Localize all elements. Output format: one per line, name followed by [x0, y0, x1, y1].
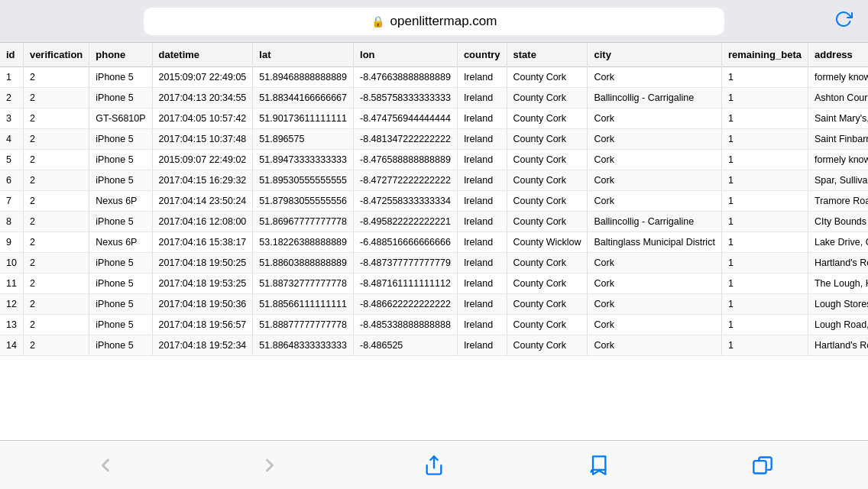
col-header-datetime: datetime [152, 43, 253, 67]
cell-id: 13 [0, 315, 23, 335]
cell-lat: 53.18226388888889 [253, 232, 354, 253]
cell-phone: iPhone 5 [89, 315, 152, 335]
table-row: 132iPhone 52017:04:18 19:56:5751.8887777… [0, 315, 868, 335]
cell-address: Spar, Sullivan's Quay, South Gate A... [808, 170, 868, 191]
back-button[interactable] [79, 449, 131, 482]
cell-country: Ireland [457, 67, 507, 88]
cell-city: Cork [588, 170, 721, 191]
cell-address: CIty Bounds Bar, Ashbrook Heights... [808, 212, 868, 232]
cell-lon: -8.487161111111112 [354, 274, 458, 294]
cell-lon: -8.476588888888889 [354, 150, 458, 170]
cell-verification: 2 [23, 212, 89, 232]
cell-datetime: 2017:04:18 19:52:34 [152, 335, 253, 356]
bottom-toolbar [0, 440, 868, 489]
cell-lat: 51.88603888888889 [253, 253, 354, 274]
cell-phone: iPhone 5 [89, 170, 152, 191]
cell-state: County Cork [507, 88, 588, 108]
cell-remaining_beta: 1 [721, 315, 808, 335]
cell-state: County Cork [507, 253, 588, 274]
col-header-phone: phone [89, 43, 152, 67]
reload-button[interactable] [834, 10, 853, 33]
svg-rect-1 [754, 461, 766, 473]
cell-lon: -8.486622222222222 [354, 294, 458, 315]
cell-phone: iPhone 5 [89, 335, 152, 356]
cell-lon: -8.486525 [354, 335, 458, 356]
cell-lon: -8.487377777777779 [354, 253, 458, 274]
cell-state: County Wicklow [507, 232, 588, 253]
cell-address: Saint Mary's, Pope's Quay, Shandon... [808, 108, 868, 129]
cell-country: Ireland [457, 212, 507, 232]
table-row: 122iPhone 52017:04:18 19:50:3651.8856611… [0, 294, 868, 315]
cell-id: 1 [0, 67, 23, 88]
cell-city: Baltinglass Municipal District [588, 232, 721, 253]
cell-verification: 2 [23, 170, 89, 191]
cell-address: formely known as Zam Zam, Barra... [808, 150, 868, 170]
url-text: openlittermap.com [390, 14, 497, 29]
cell-id: 2 [0, 88, 23, 108]
cell-verification: 2 [23, 253, 89, 274]
cell-remaining_beta: 1 [721, 294, 808, 315]
cell-remaining_beta: 1 [721, 129, 808, 150]
cell-verification: 2 [23, 88, 89, 108]
cell-state: County Cork [507, 108, 588, 129]
cell-id: 6 [0, 170, 23, 191]
cell-city: Cork [588, 150, 721, 170]
cell-country: Ireland [457, 170, 507, 191]
cell-id: 14 [0, 335, 23, 356]
cell-verification: 2 [23, 232, 89, 253]
cell-lon: -8.485338888888888 [354, 315, 458, 335]
cell-lon: -8.474756944444444 [354, 108, 458, 129]
cell-country: Ireland [457, 108, 507, 129]
cell-city: Cork [588, 294, 721, 315]
share-button[interactable] [408, 449, 460, 482]
cell-city: Ballincollig - Carrigaline [588, 212, 721, 232]
cell-remaining_beta: 1 [721, 88, 808, 108]
col-header-city: city [588, 43, 721, 67]
cell-phone: GT-S6810P [89, 108, 152, 129]
lock-icon: 🔒 [371, 15, 384, 28]
cell-datetime: 2017:04:16 12:08:00 [152, 212, 253, 232]
cell-datetime: 2017:04:15 16:29:32 [152, 170, 253, 191]
table-row: 112iPhone 52017:04:18 19:53:2551.8873277… [0, 274, 868, 294]
table-row: 42iPhone 52017:04:15 10:37:4851.896575-8… [0, 129, 868, 150]
cell-lat: 51.89468888888889 [253, 67, 354, 88]
cell-verification: 2 [23, 150, 89, 170]
cell-remaining_beta: 1 [721, 335, 808, 356]
cell-address: Hartland's Road, Croaghta-More, C... [808, 253, 868, 274]
cell-verification: 2 [23, 108, 89, 129]
cell-datetime: 2017:04:05 10:57:42 [152, 108, 253, 129]
cell-lat: 51.88732777777778 [253, 274, 354, 294]
cell-id: 9 [0, 232, 23, 253]
forward-button[interactable] [244, 449, 296, 482]
cell-verification: 2 [23, 67, 89, 88]
table-row: 102iPhone 52017:04:18 19:50:2551.8860388… [0, 253, 868, 274]
cell-datetime: 2017:04:13 20:34:55 [152, 88, 253, 108]
cell-lat: 51.88648333333333 [253, 335, 354, 356]
cell-address: Hartland's Road, Croaghta-More, C... [808, 335, 868, 356]
cell-datetime: 2015:09:07 22:49:02 [152, 150, 253, 170]
url-bar[interactable]: 🔒 openlittermap.com [144, 8, 724, 35]
cell-lon: -8.585758333333333 [354, 88, 458, 108]
cell-city: Cork [588, 67, 721, 88]
table-row: 32GT-S6810P2017:04:05 10:57:4251.9017361… [0, 108, 868, 129]
cell-address: Lough Road, Croaghta-More, The L... [808, 315, 868, 335]
cell-lat: 51.89530555555555 [253, 170, 354, 191]
cell-state: County Cork [507, 170, 588, 191]
bookmarks-button[interactable] [572, 449, 624, 482]
tabs-button[interactable] [737, 449, 789, 482]
cell-country: Ireland [457, 315, 507, 335]
table-container[interactable]: id verification phone datetime lat lon c… [0, 43, 868, 440]
table-body: 12iPhone 52015:09:07 22:49:0551.89468888… [0, 67, 868, 356]
table-header-row: id verification phone datetime lat lon c… [0, 43, 868, 67]
cell-datetime: 2017:04:18 19:50:36 [152, 294, 253, 315]
cell-country: Ireland [457, 191, 507, 212]
cell-state: County Cork [507, 67, 588, 88]
col-header-remaining-beta: remaining_beta [721, 43, 808, 67]
cell-lon: -8.472558333333334 [354, 191, 458, 212]
cell-state: County Cork [507, 191, 588, 212]
col-header-state: state [507, 43, 588, 67]
col-header-lon: lon [354, 43, 458, 67]
cell-remaining_beta: 1 [721, 274, 808, 294]
cell-country: Ireland [457, 88, 507, 108]
cell-verification: 2 [23, 335, 89, 356]
